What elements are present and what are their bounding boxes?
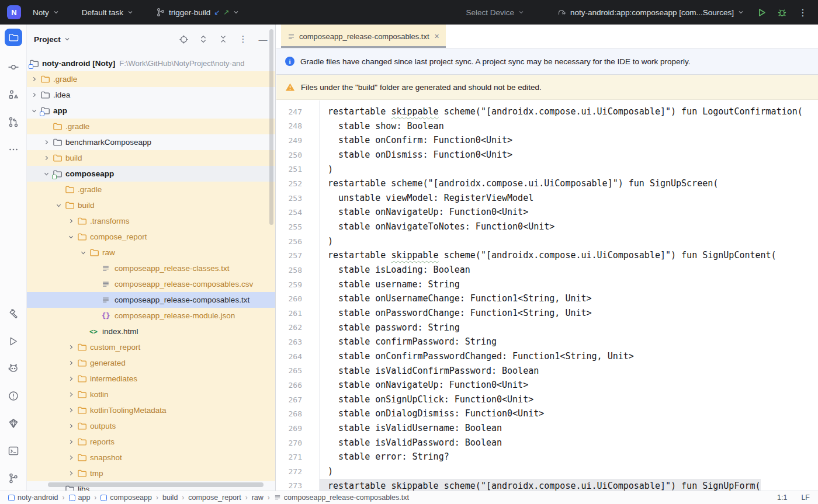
tree-row-kotlintoolingmetadata[interactable]: kotlinToolingMetadata (27, 402, 275, 418)
gradle-sync-banner-text: Gradle files have changed since last pro… (300, 57, 691, 66)
project-folder-icon[interactable] (5, 29, 22, 46)
debug-button[interactable] (774, 5, 790, 20)
code-line: 263 stable confirmPassword: String (276, 335, 818, 349)
pull-requests-icon[interactable] (7, 116, 20, 128)
gradle-sync-banner: i Gradle files have changed since last p… (276, 48, 818, 75)
tree-item-label: tmp (90, 469, 103, 478)
locate-file-icon[interactable] (178, 34, 189, 44)
expand-all-icon[interactable] (198, 34, 209, 44)
chevron-right-icon (68, 423, 74, 429)
close-tab-icon[interactable]: × (435, 32, 439, 40)
panel-options-kebab[interactable]: ⋮ (238, 34, 248, 44)
breadcrumb-item[interactable]: build (162, 493, 178, 502)
breadcrumb-item[interactable]: app (69, 493, 91, 502)
line-number: 261 (276, 309, 319, 318)
breadcrumb-item[interactable]: composeapp_release-composables.txt (274, 493, 409, 502)
more-icon[interactable] (7, 143, 20, 156)
run-button[interactable] (754, 5, 770, 20)
breadcrumb-item[interactable]: composeapp (100, 493, 152, 502)
structure-icon[interactable] (7, 88, 20, 101)
tree-item-label: composeapp (65, 169, 114, 178)
tree-row-kotlin[interactable]: kotlin (27, 387, 275, 402)
tree-row-reports[interactable]: reports (27, 434, 275, 450)
terminal-icon[interactable] (7, 444, 20, 457)
hide-panel-icon[interactable]: — (258, 34, 268, 44)
tree-row-composeapp-release-classes-txt[interactable]: composeapp_release-classes.txt (27, 260, 275, 276)
tree-horizontal-scrollbar[interactable] (48, 482, 264, 487)
tree-row--gradle[interactable]: .gradle (27, 119, 275, 134)
tree-row-intermediates[interactable]: intermediates (27, 371, 275, 387)
folder-orange-icon (77, 437, 89, 447)
folder-orange-icon (77, 468, 89, 478)
tree-row-app[interactable]: app (27, 103, 275, 119)
tree-row--transforms[interactable]: .transforms (27, 213, 275, 229)
run-configuration-selector[interactable]: trigger-build ↙ ↗ (151, 5, 244, 20)
line-number: 257 (276, 251, 319, 260)
logcat-cat-icon[interactable] (7, 362, 20, 375)
problems-icon[interactable] (7, 390, 20, 402)
html-file-icon: <> (89, 328, 102, 336)
tree-item-label: reports (90, 437, 115, 446)
code-line: 261 stable onPasswordChange: Function1<S… (276, 306, 818, 321)
editor-tab-bar: composeapp_release-composables.txt × (276, 25, 818, 48)
code-text: stable onSignUpClick: Function0<Unit> (319, 392, 533, 407)
tree-vertical-scrollbar[interactable] (269, 29, 273, 225)
code-line: 269 stable isValidUsername: Boolean (276, 421, 818, 436)
breadcrumb-item[interactable]: noty-android (8, 493, 58, 502)
tree-row-composeapp-release-module-json[interactable]: {}composeapp_release-module.json (27, 308, 275, 324)
tree-row-outputs[interactable]: outputs (27, 418, 275, 434)
app-quality-gem-icon[interactable] (7, 417, 20, 430)
tree-row-raw[interactable]: raw (27, 245, 275, 260)
line-number: 272 (276, 467, 319, 476)
breadcrumb-item[interactable]: compose_report (188, 493, 241, 502)
tree-row--idea[interactable]: .idea (27, 87, 275, 103)
chevron-right-icon (68, 439, 74, 445)
line-number: 269 (276, 424, 319, 433)
tree-item-label: noty-android [Noty] (42, 59, 115, 68)
tree-row-index-html[interactable]: <>index.html (27, 324, 275, 339)
project-menu[interactable]: Noty (28, 5, 64, 20)
tree-row-generated[interactable]: generated (27, 355, 275, 371)
code-line: 253 unstable viewModel: RegisterViewMode… (276, 191, 818, 206)
device-selector[interactable]: Select Device (462, 5, 530, 20)
tree-row-composeapp-release-composables-csv[interactable]: composeapp_release-composables.csv (27, 276, 275, 292)
code-line: 257restartable skippable scheme("[androi… (276, 248, 818, 263)
line-number: 251 (276, 165, 319, 173)
chevron-down-icon (56, 202, 62, 208)
code-text: stable onConfirmPasswordChanged: Functio… (319, 349, 634, 364)
chevron-down-icon (737, 9, 744, 16)
tree-row-benchmarkcomposeapp[interactable]: benchmarkComposeapp (27, 134, 275, 150)
folder-orange-icon (53, 153, 65, 163)
line-number: 264 (276, 352, 319, 361)
line-ending[interactable]: LF (801, 493, 810, 502)
tree-row-compose-report[interactable]: compose_report (27, 229, 275, 245)
run-play-icon[interactable] (7, 335, 20, 347)
build-hammer-icon[interactable] (7, 307, 20, 320)
commit-icon[interactable] (7, 61, 20, 74)
tree-row-custom-report[interactable]: custom_report (27, 339, 275, 355)
editor-tab[interactable]: composeapp_release-composables.txt × (281, 25, 446, 48)
breadcrumb-item[interactable]: raw (252, 493, 264, 502)
tree-row-noty-android-noty-[interactable]: noty-android [Noty]F:\Work\GitHub\NotyPr… (27, 55, 275, 71)
tree-row-build[interactable]: build (27, 150, 275, 166)
tree-row-build[interactable]: build (27, 197, 275, 213)
tree-row-composeapp-release-composables-txt[interactable]: composeapp_release-composables.txt (27, 292, 275, 308)
text-file-icon (102, 296, 114, 304)
project-panel-title[interactable]: Project (34, 35, 71, 44)
tree-item-label: benchmarkComposeapp (65, 138, 151, 147)
code-text: stable onDialogDismiss: Function0<Unit> (319, 406, 544, 421)
tree-item-label: composeapp_release-composables.txt (115, 296, 249, 304)
tree-row--gradle[interactable]: .gradle (27, 71, 275, 87)
tree-row-snapshot[interactable]: snapshot (27, 450, 275, 465)
tree-row-composeapp[interactable]: composeapp (27, 166, 275, 182)
task-selector[interactable]: Default task (77, 5, 138, 20)
collapse-all-icon[interactable] (218, 34, 228, 44)
code-text: stable onPasswordChange: Function1<Strin… (319, 306, 592, 321)
text-file-icon (287, 33, 295, 40)
tree-row-tmp[interactable]: tmp (27, 465, 275, 481)
gradle-task-selector[interactable]: noty-android:app:composeapp [com...Sourc… (552, 4, 749, 20)
git-branch-icon[interactable] (7, 472, 20, 485)
cursor-position[interactable]: 1:1 (777, 493, 787, 502)
more-options-kebab[interactable]: ⋮ (795, 7, 811, 18)
tree-row--gradle[interactable]: .gradle (27, 182, 275, 197)
